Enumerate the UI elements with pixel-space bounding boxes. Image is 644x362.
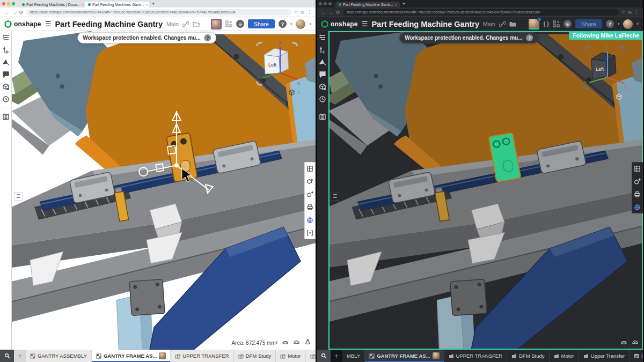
- tab-motor[interactable]: Motor: [276, 350, 305, 362]
- feature-list-icon[interactable]: [2, 33, 10, 42]
- apps-grid-icon[interactable]: [225, 20, 232, 27]
- display-mode-button[interactable]: ▾: [288, 89, 299, 96]
- print-icon[interactable]: [306, 203, 314, 211]
- view-cube[interactable]: Left Z X Y: [252, 39, 302, 88]
- view-cube[interactable]: Left Z X Y: [580, 43, 629, 92]
- url-field[interactable]: https://saas.onshape.com/documents/d5839…: [26, 9, 291, 16]
- bom-table-icon[interactable]: [633, 164, 642, 173]
- mate-icon[interactable]: [318, 58, 327, 67]
- close-window-button[interactable]: [319, 2, 322, 5]
- minimize-window-button[interactable]: [324, 2, 327, 5]
- viewport-3d[interactable]: Following Mike LaFleche Workspace protec…: [328, 31, 643, 350]
- export-icon[interactable]: [306, 190, 314, 198]
- new-tab-button[interactable]: +: [152, 1, 155, 6]
- tab-dfm-study[interactable]: DFM Study: [234, 350, 276, 362]
- close-tab-icon[interactable]: ×: [394, 3, 397, 6]
- zoom-window-button[interactable]: [12, 2, 15, 5]
- export-icon[interactable]: [633, 177, 642, 186]
- add-tab-button[interactable]: +: [331, 350, 342, 362]
- reload-button[interactable]: ⟳: [19, 10, 24, 15]
- search-tabs-button[interactable]: [0, 350, 14, 362]
- display-states-icon[interactable]: [2, 83, 10, 91]
- tab-gantry-assembly[interactable]: GANTRY ASSEMBLY: [26, 350, 92, 362]
- search-tabs-button[interactable]: [317, 350, 331, 362]
- viewport-3d[interactable]: Workspace protection enabled. Changes mu…: [12, 31, 316, 350]
- custom-table-icon[interactable]: [306, 228, 314, 237]
- history-icon[interactable]: [318, 95, 327, 104]
- insert-icon[interactable]: [318, 46, 327, 54]
- share-button[interactable]: Share: [575, 19, 602, 28]
- mate-icon[interactable]: [2, 58, 10, 67]
- tab-upper-transfer[interactable]: UPPER TRANSFER: [444, 350, 507, 362]
- bookmark-icon[interactable]: ☆: [294, 10, 298, 14]
- back-button[interactable]: ←: [4, 10, 9, 15]
- link-icon[interactable]: [499, 21, 506, 27]
- profile-icon[interactable]: ◎: [628, 10, 632, 14]
- measure-icon[interactable]: [632, 338, 639, 348]
- add-tab-button[interactable]: +: [14, 350, 26, 362]
- linked-documents-icon[interactable]: [306, 177, 314, 186]
- toast-help-icon[interactable]: ?: [526, 34, 533, 41]
- bookmark-icon[interactable]: ☆: [621, 10, 625, 14]
- help-button[interactable]: ?: [279, 20, 287, 28]
- back-button[interactable]: ←: [321, 10, 326, 15]
- close-window-button[interactable]: [2, 2, 5, 5]
- folder-icon[interactable]: [509, 21, 516, 27]
- share-button[interactable]: Share: [248, 19, 275, 28]
- onshape-logo[interactable]: onshape: [4, 20, 41, 28]
- mass-properties-icon[interactable]: [304, 338, 311, 348]
- folder-icon[interactable]: [193, 21, 200, 27]
- user-avatar[interactable]: [623, 19, 633, 29]
- profile-icon[interactable]: ◎: [301, 10, 304, 14]
- user-avatar[interactable]: [296, 19, 305, 29]
- tab-gantry-assembly-truncated[interactable]: MBLY: [342, 350, 365, 362]
- bom-table-icon[interactable]: [2, 113, 10, 121]
- close-tab-icon[interactable]: ×: [146, 3, 148, 6]
- browser-menu-icon[interactable]: ⋮: [307, 10, 311, 14]
- help-caret-icon[interactable]: ▾: [618, 22, 620, 26]
- minimize-window-button[interactable]: [7, 2, 10, 5]
- viewcube-face-label[interactable]: Left: [596, 67, 604, 72]
- print-icon[interactable]: [633, 190, 642, 198]
- comment-icon[interactable]: [318, 70, 327, 79]
- tab-upper-transfer-2[interactable]: Upper Transfer: [579, 350, 630, 362]
- collaborator-avatar[interactable]: [211, 19, 222, 29]
- browser-tab-active[interactable]: Part Feeding Machines Gantr... ×: [85, 2, 149, 8]
- zoom-window-button[interactable]: [328, 2, 332, 5]
- display-states-icon[interactable]: [318, 83, 327, 91]
- following-banner[interactable]: Following Mike LaFleche: [569, 31, 643, 40]
- onshape-logo[interactable]: onshape: [321, 20, 358, 28]
- browser-menu-icon[interactable]: ⋮: [634, 10, 639, 14]
- community-globe-icon[interactable]: ⊕: [564, 20, 572, 28]
- workspace-branch[interactable]: Main: [483, 21, 495, 27]
- web-globe-icon[interactable]: [306, 216, 314, 224]
- help-button[interactable]: ?: [606, 20, 614, 28]
- url-field[interactable]: saas.onshape.com/documents/d5d89f49e4fb7…: [343, 9, 619, 16]
- tab-motor[interactable]: Motor: [550, 350, 579, 362]
- insert-icon[interactable]: [2, 46, 10, 54]
- forward-button[interactable]: →: [328, 10, 333, 15]
- community-globe-icon[interactable]: ⊕: [236, 20, 244, 28]
- comment-icon[interactable]: [2, 70, 10, 79]
- display-mode-button[interactable]: ▾: [615, 93, 627, 100]
- document-menu-icon[interactable]: ☰: [362, 20, 368, 28]
- document-menu-icon[interactable]: ☰: [45, 20, 52, 28]
- instance-list-flyout-button[interactable]: ☰: [331, 192, 339, 201]
- forward-button[interactable]: →: [12, 10, 17, 15]
- tab-gantry-frame-active[interactable]: GANTRY FRAME AS...: [365, 350, 444, 362]
- section-view-icon[interactable]: [282, 338, 289, 348]
- section-view-icon[interactable]: [620, 338, 627, 348]
- help-caret-icon[interactable]: ▾: [290, 22, 292, 26]
- apps-grid-icon[interactable]: [553, 20, 560, 27]
- browser-tab-active[interactable]: Part Feeding Machine Gantr... ×: [335, 2, 400, 8]
- featurescript-icon[interactable]: { }: [543, 21, 549, 27]
- feature-list-icon[interactable]: [318, 33, 327, 42]
- viewcube-face-label[interactable]: Left: [268, 62, 277, 68]
- account-caret-icon[interactable]: ▾: [309, 22, 311, 26]
- tab-upper-transfer[interactable]: UPPER TRANSFER: [171, 350, 233, 362]
- browser-tab[interactable]: Part Feeding Machines | Docu... ×: [19, 2, 83, 8]
- bom-table-icon[interactable]: [318, 113, 327, 121]
- link-icon[interactable]: [182, 21, 189, 27]
- measure-icon[interactable]: [293, 338, 300, 348]
- reload-button[interactable]: ⟳: [336, 10, 340, 15]
